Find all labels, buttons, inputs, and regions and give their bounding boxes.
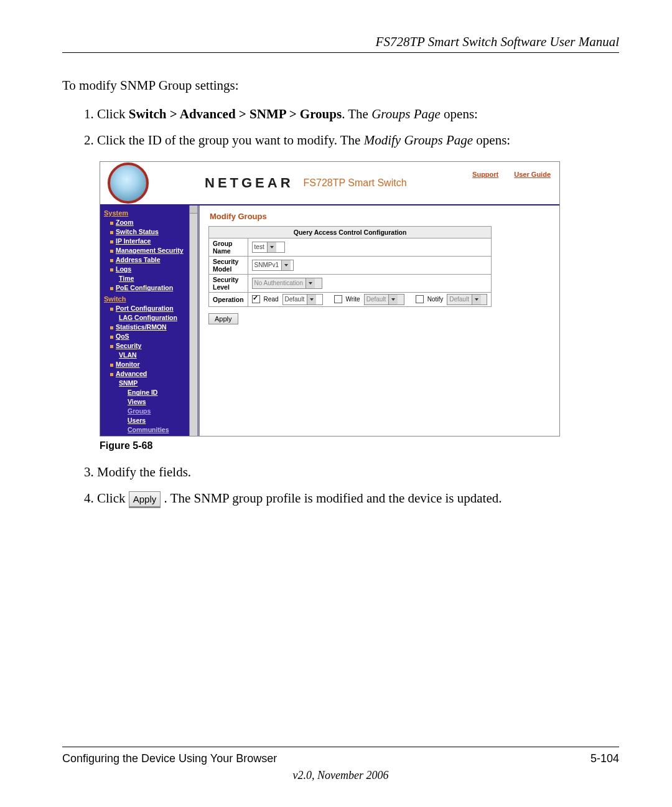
chevron-down-icon (306, 278, 315, 288)
sidebar-sub-lag-config[interactable]: LAG Configuration (100, 313, 197, 323)
security-level-label: Security Level (209, 274, 248, 292)
inline-apply-button: Apply (129, 491, 161, 509)
chevron-down-icon (267, 242, 276, 252)
footer-left: Configuring the Device Using Your Browse… (62, 752, 277, 765)
group-name-select[interactable]: test (252, 242, 285, 253)
step1-path: Switch > Advanced > SNMP > Groups (129, 106, 342, 121)
brand-text: NETGEAR (205, 175, 294, 191)
chevron-down-icon (281, 260, 291, 270)
step-1: Click Switch > Advanced > SNMP > Groups.… (97, 105, 619, 123)
read-select[interactable]: Default (282, 294, 323, 305)
product-text: FS728TP Smart Switch (304, 177, 407, 189)
notify-select[interactable]: Default (447, 294, 487, 305)
step2-a: Click the ID of the group you want to mo… (97, 133, 364, 148)
sidebar-sub2-groups[interactable]: Groups (100, 407, 197, 416)
sidebar-section-system[interactable]: System (100, 208, 197, 218)
sidebar-sub2-communities[interactable]: Communities (100, 425, 197, 435)
step-3: Modify the fields. (97, 463, 619, 481)
operation-label: Operation (209, 292, 248, 306)
security-model-label: Security Model (209, 256, 248, 274)
netgear-logo-icon (108, 163, 149, 204)
sidebar-item-address-table[interactable]: Address Table (100, 255, 197, 265)
config-table-header: Query Access Control Configuration (209, 226, 492, 238)
chevron-down-icon (472, 295, 481, 304)
sidebar-item-switch-status[interactable]: Switch Status (100, 227, 197, 237)
sidebar-item-stats[interactable]: Statistics/RMON (100, 323, 197, 332)
step2-b: opens: (473, 133, 510, 148)
main-panel: Modify Groups Query Access Control Confi… (197, 205, 559, 436)
security-model-select[interactable]: SNMPv1 (252, 260, 294, 271)
apply-button[interactable]: Apply (208, 313, 238, 324)
intro-text: To modify SNMP Group settings: (62, 78, 619, 93)
security-level-select[interactable]: No Authentication (252, 278, 322, 289)
screenshot-header: NETGEAR FS728TP Smart Switch Support Use… (100, 162, 559, 205)
sidebar-item-management-security[interactable]: Management Security (100, 246, 197, 255)
sidebar-sub2-views[interactable]: Views (100, 397, 197, 407)
footer-page-number: 5-104 (590, 752, 619, 765)
write-select[interactable]: Default (364, 294, 404, 305)
read-label: Read (264, 296, 279, 303)
sidebar-sub-snmp[interactable]: SNMP (100, 379, 197, 388)
step-2: Click the ID of the group you want to mo… (97, 131, 619, 149)
read-select-value: Default (285, 296, 305, 303)
chevron-down-icon (388, 295, 398, 304)
sidebar-item-port-config[interactable]: Port Configuration (100, 304, 197, 313)
write-checkbox[interactable] (334, 295, 342, 303)
panel-title: Modify Groups (210, 212, 551, 221)
group-name-label: Group Name (209, 238, 248, 256)
chevron-down-icon (307, 295, 316, 304)
step-4: Click Apply . The SNMP group profile is … (97, 489, 619, 508)
step1-page: Groups Page (371, 106, 441, 121)
page-title: FS728TP Smart Switch Software User Manua… (62, 34, 619, 53)
sidebar-item-ip-interface[interactable]: IP Interface (100, 237, 197, 246)
sidebar: System Zoom Switch Status IP Interface M… (100, 205, 197, 436)
page-footer: Configuring the Device Using Your Browse… (62, 747, 619, 782)
sidebar-item-logs[interactable]: Logs (100, 265, 197, 274)
sidebar-sub-vlan[interactable]: VLAN (100, 351, 197, 360)
figure-caption: Figure 5-68 (100, 440, 619, 451)
sidebar-item-security[interactable]: Security (100, 341, 197, 351)
notify-checkbox[interactable] (416, 295, 424, 303)
notify-select-value: Default (449, 296, 469, 303)
step1-c: opens: (441, 106, 478, 121)
step1-b: . The (342, 106, 371, 121)
step4-b: . The SNMP group profile is modified and… (164, 491, 502, 506)
step1-a: Click (97, 106, 129, 121)
sidebar-section-switch[interactable]: Switch (100, 294, 197, 304)
group-name-value: test (254, 243, 264, 250)
support-link[interactable]: Support (472, 171, 498, 178)
sidebar-sub-time[interactable]: Time (100, 274, 197, 283)
read-checkbox[interactable] (252, 295, 260, 303)
config-table: Query Access Control Configuration Group… (208, 226, 492, 307)
sidebar-item-poe[interactable]: PoE Configuration (100, 283, 197, 293)
sidebar-item-qos[interactable]: QoS (100, 332, 197, 341)
write-label: Write (346, 296, 360, 303)
write-select-value: Default (366, 296, 386, 303)
sidebar-sub2-engine-id[interactable]: Engine ID (100, 388, 197, 397)
step2-page: Modify Groups Page (364, 133, 473, 148)
user-guide-link[interactable]: User Guide (514, 171, 551, 178)
notify-label: Notify (427, 296, 444, 303)
security-level-value: No Authentication (254, 280, 303, 286)
step4-a: Click (97, 491, 129, 506)
sidebar-scrollbar[interactable] (189, 205, 197, 436)
screenshot: NETGEAR FS728TP Smart Switch Support Use… (100, 161, 560, 437)
security-model-value: SNMPv1 (254, 262, 279, 268)
sidebar-sub2-users[interactable]: Users (100, 416, 197, 425)
sidebar-item-zoom[interactable]: Zoom (100, 218, 197, 227)
footer-version: v2.0, November 2006 (62, 769, 619, 782)
sidebar-item-monitor[interactable]: Monitor (100, 360, 197, 369)
sidebar-item-advanced[interactable]: Advanced (100, 369, 197, 379)
